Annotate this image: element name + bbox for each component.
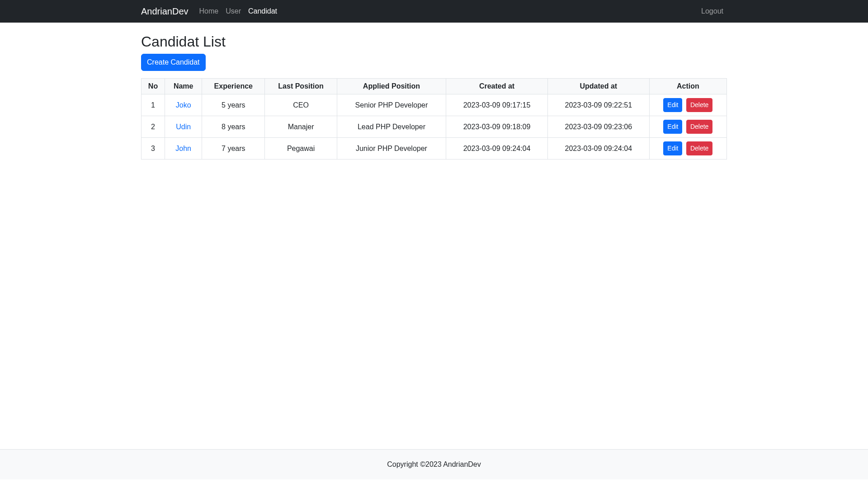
col-name: Name — [165, 79, 202, 94]
cell-updated-at: 2023-03-09 09:22:51 — [547, 94, 649, 116]
cell-no: 1 — [142, 94, 165, 116]
cell-created-at: 2023-03-09 09:24:04 — [446, 138, 548, 160]
cell-updated-at: 2023-03-09 09:24:04 — [547, 138, 649, 160]
col-no: No — [142, 79, 165, 94]
navbar: AndrianDev Home User Candidat Logout — [0, 0, 868, 23]
edit-button[interactable]: Edit — [663, 98, 682, 112]
col-created-at: Created at — [446, 79, 548, 94]
cell-last-position: CEO — [265, 94, 337, 116]
cell-updated-at: 2023-03-09 09:23:06 — [547, 116, 649, 138]
table-row: 3 John 7 years Pegawai Junior PHP Develo… — [142, 138, 727, 160]
nav-link-candidat[interactable]: Candidat — [245, 4, 281, 19]
cell-created-at: 2023-03-09 09:17:15 — [446, 94, 548, 116]
col-updated-at: Updated at — [547, 79, 649, 94]
navbar-brand[interactable]: AndrianDev — [141, 4, 189, 19]
delete-button[interactable]: Delete — [686, 98, 712, 112]
cell-created-at: 2023-03-09 09:18:09 — [446, 116, 548, 138]
cell-experience: 5 years — [202, 94, 265, 116]
cell-last-position: Manajer — [265, 116, 337, 138]
create-candidat-button[interactable]: Create Candidat — [141, 54, 206, 71]
candidat-name-link[interactable]: Udin — [176, 123, 191, 131]
edit-button[interactable]: Edit — [663, 141, 682, 155]
table-row: 2 Udin 8 years Manajer Lead PHP Develope… — [142, 116, 727, 138]
table-header-row: No Name Experience Last Position Applied… — [142, 79, 727, 94]
edit-button[interactable]: Edit — [663, 120, 682, 134]
cell-no: 3 — [142, 138, 165, 160]
logout-link[interactable]: Logout — [698, 4, 727, 19]
cell-applied-position: Junior PHP Developer — [337, 138, 446, 160]
col-experience: Experience — [202, 79, 265, 94]
cell-experience: 8 years — [202, 116, 265, 138]
cell-last-position: Pegawai — [265, 138, 337, 160]
cell-applied-position: Senior PHP Developer — [337, 94, 446, 116]
col-action: Action — [649, 79, 726, 94]
candidat-table: No Name Experience Last Position Applied… — [141, 78, 727, 160]
delete-button[interactable]: Delete — [686, 141, 712, 155]
col-applied-position: Applied Position — [337, 79, 446, 94]
col-last-position: Last Position — [265, 79, 337, 94]
nav-link-home[interactable]: Home — [196, 4, 222, 19]
candidat-name-link[interactable]: John — [175, 145, 191, 152]
cell-no: 2 — [142, 116, 165, 138]
candidat-name-link[interactable]: Joko — [176, 101, 191, 109]
delete-button[interactable]: Delete — [686, 120, 712, 134]
footer: Copyright ©2023 AndrianDev — [0, 449, 868, 479]
cell-experience: 7 years — [202, 138, 265, 160]
cell-applied-position: Lead PHP Developer — [337, 116, 446, 138]
nav-link-user[interactable]: User — [222, 4, 245, 19]
table-row: 1 Joko 5 years CEO Senior PHP Developer … — [142, 94, 727, 116]
page-title: Candidat List — [141, 33, 727, 50]
footer-text: Copyright ©2023 AndrianDev — [387, 460, 481, 468]
